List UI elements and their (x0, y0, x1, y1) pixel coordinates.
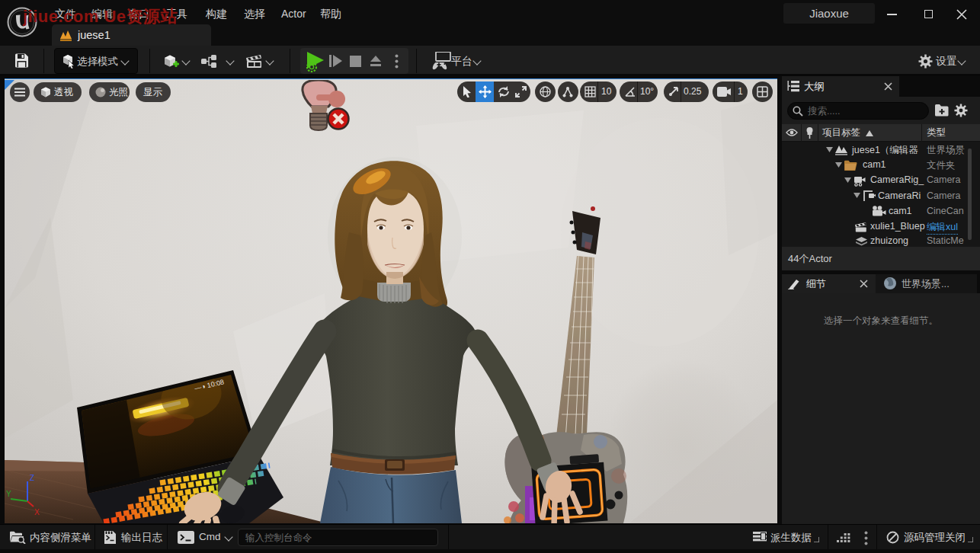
svg-text:X: X (34, 508, 40, 516)
svg-text:Y: Y (6, 490, 11, 498)
svg-text:Z: Z (30, 474, 34, 482)
